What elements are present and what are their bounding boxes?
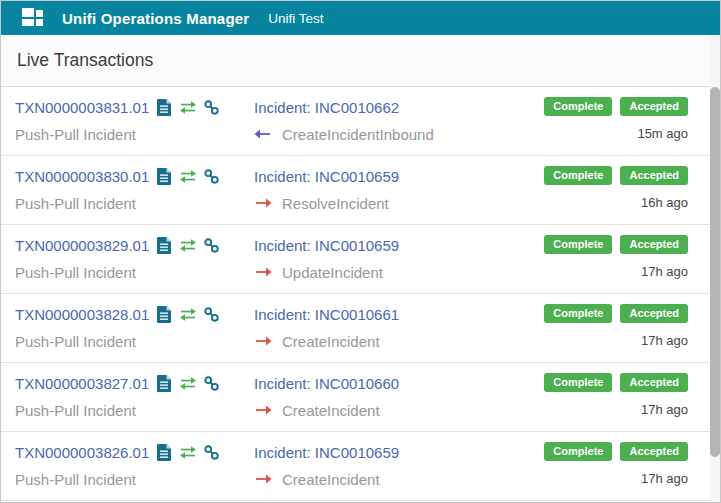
app-title: Unifi Operations Manager: [62, 10, 249, 27]
document-icon[interactable]: [157, 444, 172, 461]
logo-tile: [22, 19, 34, 26]
state-badge: Complete: [544, 235, 612, 254]
transaction-row: TXN0000003828.01: [1, 294, 712, 363]
message-name: CreateIncident: [282, 333, 380, 350]
direction-arrow-icon: [254, 267, 272, 277]
incident-link[interactable]: Incident: INC0010661: [254, 306, 399, 323]
process-name: Push-Pull Incident: [15, 264, 136, 281]
incident-link[interactable]: Incident: INC0010659: [254, 444, 399, 461]
response-badge: Accepted: [620, 166, 688, 185]
transaction-id-link[interactable]: TXN0000003828.01: [15, 306, 149, 323]
app-logo-grid-icon[interactable]: [22, 8, 43, 28]
document-icon[interactable]: [157, 237, 172, 254]
transaction-row: TXN0000003830.01: [1, 156, 712, 225]
process-name: Push-Pull Incident: [15, 471, 136, 488]
response-badge: Accepted: [620, 304, 688, 323]
response-badge: Accepted: [620, 235, 688, 254]
scrollbar[interactable]: [710, 35, 720, 502]
link-chain-icon[interactable]: [204, 445, 219, 460]
logo-tile: [36, 19, 43, 26]
section-header: Live Transactions: [1, 35, 720, 87]
transaction-list: TXN0000003831.01: [1, 87, 712, 501]
document-icon[interactable]: [157, 306, 172, 323]
transfer-arrows-icon[interactable]: [179, 308, 197, 321]
incident-link[interactable]: Incident: INC0010659: [254, 237, 399, 254]
incident-link[interactable]: Incident: INC0010660: [254, 375, 399, 392]
page-title: Live Transactions: [17, 50, 153, 71]
incident-link[interactable]: Incident: INC0010659: [254, 168, 399, 185]
transfer-arrows-icon[interactable]: [179, 446, 197, 459]
scrollbar-thumb[interactable]: [710, 87, 720, 457]
transaction-id-link[interactable]: TXN0000003829.01: [15, 237, 149, 254]
workspace-nav-item[interactable]: Unifi Test: [268, 11, 323, 26]
document-icon[interactable]: [157, 375, 172, 392]
response-badge: Accepted: [620, 373, 688, 392]
state-badge: Complete: [544, 442, 612, 461]
state-badge: Complete: [544, 166, 612, 185]
direction-arrow-icon: [254, 474, 272, 484]
direction-arrow-icon: [254, 336, 272, 346]
message-name: CreateIncidentInbound: [282, 126, 434, 143]
transaction-row: TXN0000003826.01: [1, 432, 712, 501]
transfer-arrows-icon[interactable]: [179, 239, 197, 252]
transaction-id-link[interactable]: TXN0000003831.01: [15, 99, 149, 116]
timestamp: 17h ago: [528, 264, 688, 279]
process-name: Push-Pull Incident: [15, 195, 136, 212]
process-name: Push-Pull Incident: [15, 333, 136, 350]
state-badge: Complete: [544, 373, 612, 392]
response-badge: Accepted: [620, 442, 688, 461]
timestamp: 16h ago: [528, 195, 688, 210]
response-badge: Accepted: [620, 97, 688, 116]
app-window: Unifi Operations Manager Unifi Test Live…: [0, 0, 721, 503]
link-chain-icon[interactable]: [204, 376, 219, 391]
message-name: CreateIncident: [282, 402, 380, 419]
message-name: UpdateIncident: [282, 264, 383, 281]
transaction-id-link[interactable]: TXN0000003827.01: [15, 375, 149, 392]
direction-arrow-icon: [254, 405, 272, 415]
process-name: Push-Pull Incident: [15, 126, 136, 143]
transaction-id-link[interactable]: TXN0000003830.01: [15, 168, 149, 185]
link-chain-icon[interactable]: [204, 169, 219, 184]
incident-link[interactable]: Incident: INC0010662: [254, 99, 399, 116]
transaction-row: TXN0000003827.01: [1, 363, 712, 432]
direction-arrow-icon: [254, 198, 272, 208]
transfer-arrows-icon[interactable]: [179, 377, 197, 390]
timestamp: 17h ago: [528, 402, 688, 417]
transfer-arrows-icon[interactable]: [179, 170, 197, 183]
message-name: CreateIncident: [282, 471, 380, 488]
transaction-row: TXN0000003829.01: [1, 225, 712, 294]
timestamp: 17h ago: [528, 333, 688, 348]
link-chain-icon[interactable]: [204, 238, 219, 253]
logo-tile: [22, 8, 34, 17]
direction-arrow-icon: [254, 129, 272, 139]
transfer-arrows-icon[interactable]: [179, 101, 197, 114]
transaction-id-link[interactable]: TXN0000003826.01: [15, 444, 149, 461]
state-badge: Complete: [544, 304, 612, 323]
app-header: Unifi Operations Manager Unifi Test: [1, 1, 720, 35]
state-badge: Complete: [544, 97, 612, 116]
timestamp: 17h ago: [528, 471, 688, 486]
document-icon[interactable]: [157, 99, 172, 116]
logo-tile: [36, 10, 43, 17]
process-name: Push-Pull Incident: [15, 402, 136, 419]
link-chain-icon[interactable]: [204, 100, 219, 115]
document-icon[interactable]: [157, 168, 172, 185]
message-name: ResolveIncident: [282, 195, 389, 212]
link-chain-icon[interactable]: [204, 307, 219, 322]
timestamp: 15m ago: [528, 126, 688, 141]
transaction-row: TXN0000003831.01: [1, 87, 712, 156]
